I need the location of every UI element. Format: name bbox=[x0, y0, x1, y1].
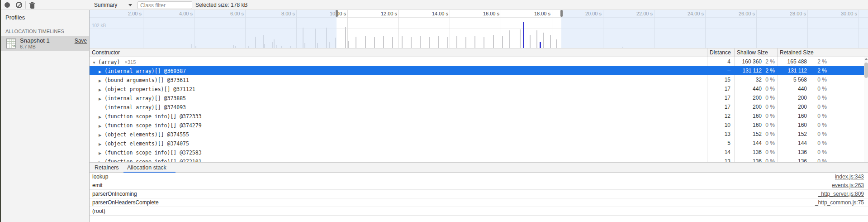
allocation-bar bbox=[550, 35, 551, 48]
constructor-name: (function scope info)[] @374279 bbox=[104, 122, 202, 129]
table-row[interactable]: ▶(bound arguments)[] @37361115320 %5 568… bbox=[90, 75, 868, 84]
table-row[interactable]: ▶(object properties)[] @371121174400 %44… bbox=[90, 84, 868, 93]
scrollbar-thumb[interactable] bbox=[864, 63, 868, 78]
allocation-bar bbox=[502, 36, 503, 48]
cell-retained-percent: 0 % bbox=[810, 130, 830, 139]
cell-distance: 17 bbox=[707, 84, 734, 93]
stack-frame-name: (root) bbox=[92, 207, 105, 216]
allocation-bar bbox=[536, 30, 537, 48]
cell-retained-size: 165 488 bbox=[777, 57, 810, 66]
cell-retained-size: 152 bbox=[777, 130, 810, 139]
cell-shallow-size: 200 bbox=[734, 102, 764, 111]
table-row[interactable]: ▶(object elements)[] @374555131520 %1520… bbox=[90, 130, 868, 139]
cell-shallow-size: 160 360 bbox=[734, 57, 764, 66]
timeline-tick-label: 12.00 s bbox=[371, 11, 397, 16]
cell-retained-percent: 0 % bbox=[810, 93, 830, 102]
timeline-dim-left bbox=[90, 10, 337, 48]
source-link[interactable]: _http_server.js:809 bbox=[818, 190, 864, 198]
allocation-bar bbox=[484, 37, 484, 48]
cell-retained-percent: 2 % bbox=[810, 57, 830, 66]
cell-distance: 4 bbox=[707, 57, 734, 66]
scroll-up-icon[interactable] bbox=[864, 58, 868, 60]
perspective-select[interactable]: Summary bbox=[94, 1, 117, 9]
tab-retainers[interactable]: Retainers bbox=[95, 163, 119, 173]
cell-distance: 13 bbox=[707, 157, 734, 162]
allocation-bar bbox=[402, 36, 403, 48]
timeline-gridline bbox=[398, 10, 399, 48]
heap-snapshot-icon: % bbox=[6, 39, 16, 48]
cell-constructor: ▶(object elements)[] @374075 bbox=[90, 139, 189, 148]
clear-icon[interactable] bbox=[16, 2, 22, 8]
cell-shallow-size: 144 bbox=[734, 139, 764, 148]
constructor-name: (function scope info)[] @372101 bbox=[104, 159, 202, 162]
allocation-bar bbox=[465, 37, 466, 48]
cell-retained-size: 136 bbox=[777, 157, 810, 162]
cell-constructor: ▶(internal array)[] @369387 bbox=[90, 66, 186, 75]
allocation-bar bbox=[509, 30, 510, 48]
source-link[interactable]: index.js:343 bbox=[835, 173, 864, 181]
sidebar-item-snapshot-1[interactable]: % Snapshot 1 6.7 MB Save bbox=[1, 36, 89, 51]
allocation-bar bbox=[447, 37, 448, 48]
save-link[interactable]: Save bbox=[75, 38, 87, 44]
allocation-bar bbox=[543, 33, 544, 48]
column-header-constructor[interactable]: Constructor bbox=[90, 48, 707, 57]
class-filter-input[interactable] bbox=[138, 1, 192, 9]
table-row[interactable]: ▶(function scope info)[] @372333121600 %… bbox=[90, 111, 868, 121]
column-header-distance[interactable]: Distance bbox=[707, 48, 734, 57]
grid-scrollbar[interactable] bbox=[864, 57, 868, 169]
column-header-retained-size[interactable]: Retained Size bbox=[777, 48, 864, 57]
expand-arrow-icon[interactable]: ▶ bbox=[99, 158, 104, 162]
tab-allocation-stack[interactable]: Allocation stack bbox=[127, 163, 166, 173]
allocation-bar bbox=[356, 37, 356, 48]
table-row[interactable]: (internal array)[] @374093172000 %2000 % bbox=[90, 102, 868, 111]
allocation-bar bbox=[456, 36, 457, 48]
cell-constructor: (internal array)[] @374093 bbox=[90, 102, 186, 111]
table-row[interactable]: ▶(function scope info)[] @374279101600 %… bbox=[90, 121, 868, 130]
selection-handle-right[interactable] bbox=[560, 10, 563, 17]
stack-frame-row[interactable]: parserOnIncoming_http_server.js:809 bbox=[90, 190, 868, 198]
table-row[interactable]: ▼(array)×3154160 3602 %165 4882 % bbox=[90, 57, 868, 66]
main-panel: 102 kB 2.00 s4.00 s6.00 s8.00 s10.00 s12… bbox=[89, 10, 868, 222]
allocation-timeline-overview[interactable]: 102 kB 2.00 s4.00 s6.00 s8.00 s10.00 s12… bbox=[90, 10, 868, 48]
allocation-bar bbox=[474, 36, 475, 48]
snapshot-size: 6.7 MB bbox=[20, 44, 36, 49]
cell-retained-percent: 0 % bbox=[810, 139, 830, 148]
cell-shallow-percent: 0 % bbox=[764, 111, 777, 121]
cell-shallow-percent: 0 % bbox=[764, 102, 777, 111]
stack-frame-row[interactable]: parserOnHeadersComplete_http_common.js:7… bbox=[90, 198, 868, 207]
delete-profile-icon[interactable] bbox=[29, 2, 35, 9]
cell-shallow-percent: 0 % bbox=[764, 139, 777, 148]
table-row[interactable]: ▶(object elements)[] @37407551440 %1440 … bbox=[90, 139, 868, 148]
stack-frame-row[interactable]: (root) bbox=[90, 207, 868, 216]
table-row[interactable]: ▶(internal array)[] @369387–131 1122 %13… bbox=[90, 66, 868, 75]
memory-toolbar: Summary Selected size: 178 kB bbox=[1, 0, 868, 10]
cell-retained-percent: 0 % bbox=[810, 157, 830, 162]
table-row[interactable]: ▶(internal array)[] @373885172000 %2000 … bbox=[90, 93, 868, 102]
stack-frame-row[interactable]: emitevents.js:263 bbox=[90, 181, 868, 190]
cell-constructor: ▶(function scope info)[] @374279 bbox=[90, 121, 202, 130]
cell-retained-size: 131 112 bbox=[777, 66, 810, 75]
source-link[interactable]: _http_common.js:75 bbox=[815, 198, 864, 207]
table-row[interactable]: ▶(function scope info)[] @372583141360 %… bbox=[90, 148, 868, 157]
selection-handle-left[interactable] bbox=[336, 10, 338, 17]
cell-distance: 12 bbox=[707, 111, 734, 121]
cell-shallow-percent: 0 % bbox=[764, 130, 777, 139]
constructor-name: (object elements)[] @374075 bbox=[104, 140, 189, 147]
cell-distance: 14 bbox=[707, 148, 734, 157]
cell-shallow-size: 131 112 bbox=[734, 66, 764, 75]
allocation-bar bbox=[520, 29, 521, 48]
constructor-name: (internal array)[] @374093 bbox=[104, 104, 186, 111]
devtools-memory-panel: Summary Selected size: 178 kB Profiles A… bbox=[0, 0, 868, 222]
table-row[interactable]: ▶(function scope info)[] @372101131360 %… bbox=[90, 157, 868, 162]
source-link[interactable]: events.js:263 bbox=[832, 181, 864, 190]
cell-retained-percent: 2 % bbox=[810, 66, 830, 75]
record-icon[interactable] bbox=[5, 2, 10, 8]
stack-frame-row[interactable]: lookupindex.js:343 bbox=[90, 173, 868, 181]
constructor-name: (object elements)[] @374555 bbox=[104, 131, 189, 138]
allocation-bar bbox=[493, 35, 494, 48]
cell-shallow-percent: 2 % bbox=[764, 66, 777, 75]
allocation-bar bbox=[345, 27, 346, 48]
cell-retained-percent: 0 % bbox=[810, 75, 830, 84]
column-header-shallow-size[interactable]: Shallow Size bbox=[734, 48, 777, 57]
allocation-bar bbox=[365, 36, 366, 48]
